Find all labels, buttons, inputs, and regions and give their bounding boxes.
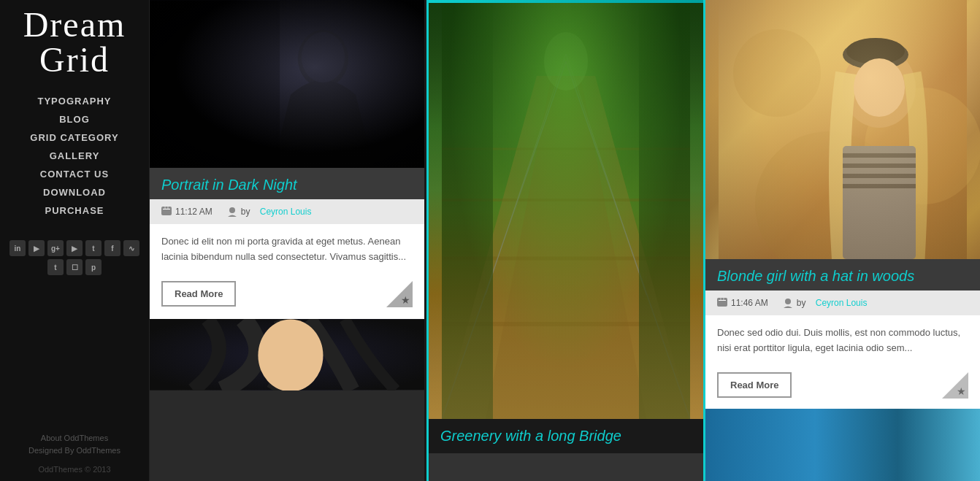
main-content: Portrait in Dark Night 11:12 AM	[150, 0, 980, 481]
blonde-image	[705, 0, 980, 259]
nav-blog[interactable]: BLOG	[0, 110, 149, 128]
svg-rect-12	[442, 3, 690, 419]
svg-point-30	[843, 47, 916, 128]
pinterest-icon[interactable]: p	[85, 259, 102, 275]
blonde-footer: Read More ★	[705, 366, 980, 409]
blonde-title: Blonde girl with a hat in woods	[717, 268, 968, 285]
blonde-by: by	[797, 298, 806, 308]
logo-line2: Grid	[39, 40, 110, 79]
svg-line-20	[566, 61, 690, 419]
site-logo[interactable]: Dream Grid	[23, 7, 126, 77]
portrait-time-value: 11:12 AM	[175, 207, 213, 217]
column-3: Blonde girl with a hat in woods 11:46 AM	[705, 0, 980, 481]
portrait-star-corner[interactable]: ★	[386, 281, 413, 307]
portrait-card: Portrait in Dark Night 11:12 AM	[150, 0, 424, 319]
svg-point-31	[843, 40, 908, 69]
nav-purchase[interactable]: PURCHASE	[0, 201, 149, 220]
column-2: Greenery with a long Bridge	[426, 0, 705, 481]
rss-icon[interactable]: ∿	[123, 240, 139, 256]
hair-image	[150, 319, 424, 390]
svg-point-28	[865, 88, 980, 204]
logo-line1: Dream	[23, 5, 126, 44]
sidebar: Dream Grid TYPOGRAPHY BLOG GRID CATEGORY…	[0, 0, 150, 481]
svg-rect-44	[705, 409, 980, 481]
portrait-photo	[150, 0, 424, 168]
portrait-time: 11:12 AM	[161, 207, 213, 217]
svg-rect-6	[164, 207, 166, 209]
blonde-photo	[705, 0, 980, 259]
linkedin-icon[interactable]: in	[9, 240, 26, 256]
svg-rect-24	[639, 3, 690, 419]
blonde-body-text: Donec sed odio dui. Duis mollis, est non…	[717, 326, 968, 356]
tumblr-icon[interactable]: t	[47, 259, 64, 275]
svg-point-10	[258, 319, 323, 390]
portrait-title: Portrait in Dark Night	[161, 177, 413, 193]
nav-typography[interactable]: TYPOGRAPHY	[0, 92, 149, 110]
blonde-time-value: 11:46 AM	[731, 298, 768, 308]
svg-point-1	[298, 30, 348, 88]
hair-card	[150, 319, 424, 390]
svg-rect-26	[719, 0, 967, 259]
svg-point-25	[544, 32, 588, 91]
nav-gallery[interactable]: GALLERY	[0, 147, 149, 165]
youtube-icon[interactable]: ▶	[66, 240, 83, 256]
portrait-author-name[interactable]: Ceyron Louis	[260, 207, 312, 217]
hair-svg	[150, 319, 424, 390]
sidebar-meta: About OddThemes Designed By OddThemes	[28, 425, 120, 465]
svg-rect-41	[720, 298, 721, 300]
instagram-icon[interactable]: ☐	[66, 259, 83, 275]
svg-rect-42	[723, 298, 724, 300]
blonde-svg	[705, 0, 980, 259]
bridge-svg	[429, 3, 703, 419]
bridge-title-section: Greenery with a long Bridge	[429, 419, 703, 453]
portrait-by: by	[241, 207, 250, 217]
svg-rect-37	[843, 174, 916, 178]
svg-marker-13	[442, 76, 690, 419]
twitter-icon[interactable]: t	[85, 240, 102, 256]
facebook-icon[interactable]: f	[104, 240, 120, 256]
blonde-read-more[interactable]: Read More	[717, 372, 792, 398]
svg-point-43	[785, 299, 791, 304]
bridge-image	[429, 3, 703, 419]
googleplus-icon[interactable]: g+	[47, 240, 64, 256]
nav-contact-us[interactable]: CONTACT US	[0, 165, 149, 183]
clock-icon	[161, 207, 172, 217]
svg-rect-4	[161, 207, 172, 215]
blonde-time: 11:46 AM	[717, 298, 768, 308]
about-link1[interactable]: About OddThemes	[28, 432, 120, 445]
social-icons-container: in ▶ g+ ▶ t f ∿ t ☐ p	[6, 240, 143, 275]
blonde-author-name[interactable]: Ceyron Louis	[816, 298, 868, 308]
svg-rect-11	[442, 3, 690, 419]
vimeo-icon[interactable]: ▶	[28, 240, 45, 256]
svg-marker-14	[486, 76, 646, 419]
bridge-title: Greenery with a long Bridge	[440, 428, 692, 445]
main-nav: TYPOGRAPHY BLOG GRID CATEGORY GALLERY CO…	[0, 92, 149, 220]
portrait-svg	[150, 0, 424, 168]
nav-grid-category[interactable]: GRID CATEGORY	[0, 128, 149, 147]
author-icon	[227, 207, 237, 217]
column-1: Portrait in Dark Night 11:12 AM	[150, 0, 426, 481]
blonde-star-corner[interactable]: ★	[942, 372, 968, 399]
blue-image	[705, 409, 980, 481]
nav-download[interactable]: DOWNLOAD	[0, 183, 149, 201]
blonde-title-section: Blonde girl with a hat in woods	[705, 259, 980, 290]
svg-rect-7	[167, 207, 169, 209]
portrait-body-text: Donec id elit non mi porta gravida at eg…	[161, 234, 413, 265]
svg-point-33	[854, 58, 905, 117]
clock-icon-2	[717, 298, 727, 308]
svg-rect-36	[843, 163, 916, 168]
svg-point-29	[755, 131, 901, 259]
portrait-body: Donec id elit non mi porta gravida at eg…	[150, 224, 424, 275]
portrait-image	[150, 0, 424, 168]
svg-line-22	[566, 54, 646, 295]
blue-card-partial	[705, 409, 980, 481]
portrait-title-section: Portrait in Dark Night	[150, 168, 424, 199]
blonde-card: Blonde girl with a hat in woods 11:46 AM	[705, 0, 980, 409]
svg-rect-34	[843, 146, 916, 259]
copyright: OddThemes © 2013	[38, 465, 110, 481]
blonde-author: by Ceyron Louis	[783, 298, 868, 308]
portrait-read-more[interactable]: Read More	[161, 281, 236, 307]
svg-rect-38	[843, 184, 916, 188]
blonde-body: Donec sed odio dui. Duis mollis, est non…	[705, 315, 980, 366]
about-link2[interactable]: Designed By OddThemes	[28, 445, 120, 458]
